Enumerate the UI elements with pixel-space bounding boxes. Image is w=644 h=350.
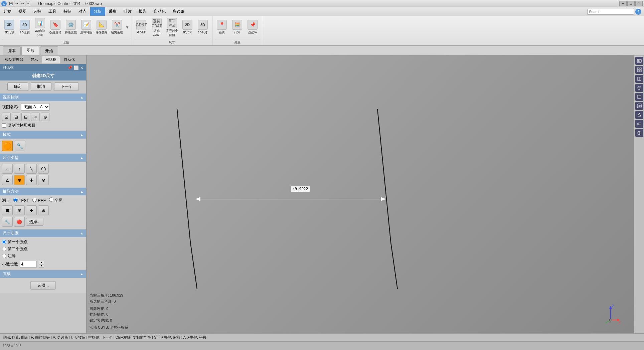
extract-btn-5[interactable]: 🔧 <box>2 217 13 227</box>
restore-button[interactable]: □ <box>627 1 635 6</box>
mode-header[interactable]: 模式 ▲ <box>0 131 86 139</box>
tab-graphics[interactable]: 图形 <box>21 46 39 55</box>
menu-auto[interactable]: 自动化 <box>150 7 169 16</box>
rt-view2-button[interactable] <box>635 84 643 92</box>
decimal-down[interactable]: ▼ <box>39 264 44 268</box>
extract-btn-1[interactable]: ❋ <box>2 205 13 215</box>
radio-step2[interactable] <box>2 247 6 251</box>
ribbon-note-feature[interactable]: 📝 注释特性 <box>79 17 94 37</box>
redo-button[interactable]: ↪ <box>20 1 25 6</box>
dialog-pin-button[interactable]: 📌 <box>67 65 72 70</box>
copy-checkbox[interactable] <box>2 123 6 128</box>
ribbon-eval-reshape[interactable]: 📐 评估整形 <box>94 17 109 37</box>
dialog-float-button[interactable]: ⬜ <box>74 65 79 70</box>
extract-header[interactable]: 抽取方法 ▲ <box>0 188 86 195</box>
ribbon-gdt[interactable]: GD&T GD&T <box>134 17 149 37</box>
rt-view1-button[interactable] <box>635 75 643 83</box>
rt-view4-button[interactable]: 3D <box>635 102 643 110</box>
ribbon-3d-compare[interactable]: 3D 3D比较 <box>2 17 17 37</box>
ribbon-create-note[interactable]: 🔖 创建注样 <box>48 17 63 37</box>
dim-offset[interactable]: ⊗ <box>38 175 49 185</box>
steps-header[interactable]: 尺寸步骤 ▲ <box>0 229 86 237</box>
dim-horizontal[interactable]: ↔ <box>2 164 13 174</box>
view-icon-3[interactable]: ⊟ <box>21 113 30 121</box>
panel-tab-dialog[interactable]: 对话框 <box>42 56 60 63</box>
select-button[interactable]: 选择... <box>26 218 43 226</box>
menu-view[interactable]: 视图 <box>15 7 30 16</box>
ribbon-point-coord[interactable]: 📌 点坐标 <box>245 17 260 37</box>
mode-btn-1[interactable]: 🟠 <box>2 141 13 151</box>
compare-dropdown[interactable]: ▼ <box>125 17 130 37</box>
dim-angle[interactable]: ∠ <box>2 175 13 185</box>
menu-features[interactable]: 特征 <box>60 7 75 16</box>
menu-polygon[interactable]: 多边形 <box>169 7 188 16</box>
menu-align[interactable]: 对齐 <box>75 7 90 16</box>
view-icon-2[interactable]: ⊞ <box>12 113 20 121</box>
ribbon-calculate[interactable]: 🧮 计算 <box>230 17 245 37</box>
radio-step3[interactable] <box>2 254 6 258</box>
tab-start[interactable]: 开始 <box>40 46 58 55</box>
menu-start[interactable]: 开始 <box>0 7 15 16</box>
menu-blade[interactable]: 叶片 <box>120 7 135 16</box>
mode-btn-2[interactable]: 🔧 <box>15 141 25 151</box>
menu-select[interactable]: 选择 <box>30 7 45 16</box>
menu-tools[interactable]: 工具 <box>45 7 60 16</box>
panel-tab-auto[interactable]: 自动化 <box>60 56 78 63</box>
decimal-up[interactable]: ▲ <box>39 261 44 264</box>
radio-global[interactable] <box>49 197 53 202</box>
dim-vertical[interactable]: ↕ <box>14 164 25 174</box>
decimal-input[interactable] <box>20 261 37 268</box>
radio-step1[interactable] <box>2 240 6 244</box>
view-control-header[interactable]: 视图控制 ▲ <box>0 94 86 101</box>
rt-view6-button[interactable] <box>635 120 643 128</box>
rt-view7-button[interactable] <box>635 129 643 137</box>
cancel-button[interactable]: 取消 <box>31 82 51 91</box>
ribbon-distance[interactable]: 📍 距离 <box>214 17 229 37</box>
ribbon-2d-auto[interactable]: 📊 2D自动分析 <box>33 17 47 38</box>
dim-active[interactable]: ⊕ <box>14 175 25 185</box>
close-button[interactable]: ✕ <box>635 1 643 6</box>
extract-btn-3[interactable]: ✚ <box>26 205 37 215</box>
ribbon-logical-gdt[interactable]: 逻辑GD&T 逻辑GD&T <box>149 17 164 37</box>
ribbon-2d-dim[interactable]: 2D 2D尺寸 <box>180 17 195 37</box>
tab-script[interactable]: 脚本 <box>3 46 21 55</box>
save-button[interactable]: 💾 <box>8 1 13 6</box>
help-button[interactable]: ? <box>635 9 641 15</box>
ribbon-2d-compare[interactable]: 2D 2D比较 <box>17 17 32 37</box>
rt-camera-button[interactable] <box>635 57 643 65</box>
view-name-select[interactable]: 截面 A－A <box>21 103 50 111</box>
dim-cross[interactable]: ✚ <box>26 175 37 185</box>
undo-button[interactable]: ↩ <box>14 1 19 6</box>
dim-radius[interactable]: ◯ <box>38 164 49 174</box>
panel-tab-display[interactable]: 显示 <box>27 56 42 63</box>
view-icon-5[interactable]: ⊕ <box>41 113 49 121</box>
ribbon-edit-spectrum[interactable]: ✂️ 编辑色谱 <box>110 17 124 37</box>
dialog-close-button[interactable]: ✕ <box>80 65 84 70</box>
dim-diagonal[interactable]: ╲ <box>26 164 37 174</box>
search-input[interactable] <box>587 9 634 15</box>
options-button[interactable]: 选项... <box>30 281 56 290</box>
minimize-button[interactable]: ─ <box>619 1 627 6</box>
ribbon-section-full[interactable]: 贯穿对全 贯穿对全截面 <box>165 17 179 38</box>
confirm-button[interactable]: 确定 <box>7 82 28 91</box>
view-icon-1[interactable]: ⊡ <box>2 113 11 121</box>
ribbon-feature-compare[interactable]: ⚙️ 特性比较 <box>63 17 78 37</box>
advanced-header[interactable]: 高级 ▲ <box>0 270 86 278</box>
dropdown-button[interactable]: ▼ <box>26 1 30 6</box>
radio-test[interactable] <box>13 198 18 202</box>
panel-tab-model[interactable]: 模型管理器 <box>1 56 27 63</box>
next-button[interactable]: 下一个 <box>54 82 79 91</box>
rt-grid-button[interactable] <box>635 66 643 74</box>
ribbon-3d-dim[interactable]: 3D 3D尺寸 <box>195 17 210 37</box>
rt-view5-button[interactable] <box>635 111 643 119</box>
menu-collect[interactable]: 采集 <box>105 7 120 16</box>
menu-report[interactable]: 报告 <box>135 7 150 16</box>
dim-type-header[interactable]: 尺寸类型 ▲ <box>0 154 86 162</box>
extract-btn-6[interactable]: 🔴 <box>14 217 25 227</box>
menu-analysis[interactable]: 分析 <box>90 7 105 16</box>
extract-btn-4[interactable]: ⊕ <box>38 205 49 215</box>
radio-ref[interactable] <box>32 198 37 202</box>
extract-btn-2[interactable]: ⊞ <box>14 205 25 215</box>
rt-view3-button[interactable] <box>635 93 643 101</box>
view-icon-4[interactable]: ✕ <box>31 113 40 121</box>
